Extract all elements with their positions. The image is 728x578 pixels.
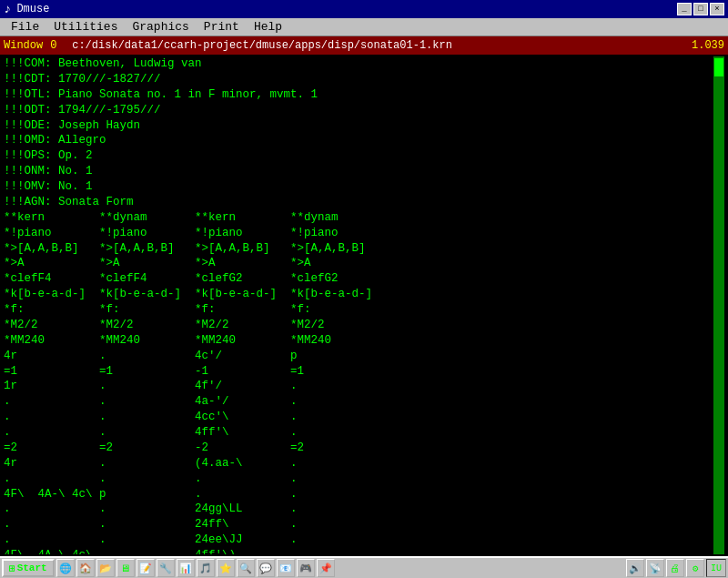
taskbar: ⊞ Start 🌐 🏠 📂 🖥 📝 🔧 📊 🎵 ⭐ 🔍 💬 📧 🎮 📌 🔊 📡 … [0,556,728,578]
content-line: **kern **dynam **kern **dynam [4,210,713,226]
content-line: *>A *>A *>A *>A [4,256,713,271]
text-content[interactable]: !!!COM: Beethoven, Ludwig van!!!CDT: 177… [4,56,713,554]
content-line: =1 =1 -1 =1 [4,364,713,380]
content-line: *M2/2 *M2/2 *M2/2 *M2/2 [4,318,713,333]
taskbar-icon-11[interactable]: 💬 [257,559,275,577]
menu-bar: File Utilities Graphics Print Help [0,18,728,36]
content-line: 4F\ 4A-\ 4c\ . 4ff'\) . [4,548,713,554]
sys-tray-icon-3[interactable]: 🖨 [666,559,684,577]
taskbar-icon-14[interactable]: 📌 [317,559,335,577]
sys-tray-icon-1[interactable]: 🔊 [626,559,644,577]
sys-tray-icon-2[interactable]: 📡 [646,559,664,577]
taskbar-icon-1[interactable]: 🌐 [56,559,75,577]
content-line: !!!ODE: Joseph Haydn [4,118,713,134]
minimize-button[interactable]: _ [677,3,692,15]
content-line: !!!AGN: Sonata Form [4,195,713,210]
content-line: . . . . [4,472,713,487]
taskbar-icon-12[interactable]: 📧 [277,559,295,577]
start-button[interactable]: ⊞ Start [2,559,55,577]
menu-file[interactable]: File [4,18,46,35]
content-line: !!!CDT: 1770///-1827/// [4,72,713,87]
content-line: !!!OMD: Allegro [4,133,713,148]
menu-utilities[interactable]: Utilities [46,18,125,35]
window-path: c:/disk/data1/ccarh-project/dmuse/apps/d… [68,39,684,52]
sys-tray-icon-4[interactable]: ⚙ [686,559,704,577]
content-line: !!!ODT: 1794///-1795/// [4,103,713,118]
system-clock: IU [706,559,726,577]
content-line: *f: *f: *f: *f: [4,302,713,318]
content-line: !!!ONM: No. 1 [4,164,713,179]
content-line: 4F\ 4A-\ 4c\ p . . [4,487,713,502]
app-icon: ♪ [4,2,11,16]
scrollbar-thumb[interactable] [714,58,723,76]
taskbar-icon-3[interactable]: 📂 [96,559,115,577]
content-line: . . 24ee\JJ . [4,532,713,548]
content-line: !!!COM: Beethoven, Ludwig van [4,56,713,72]
content-line: . . 4a-'/ . [4,394,713,410]
taskbar-icon-8[interactable]: 🎵 [197,559,215,577]
taskbar-icon-2[interactable]: 🏠 [76,559,95,577]
maximize-button[interactable]: □ [693,3,708,15]
content-line: *clefF4 *clefF4 *clefG2 *clefG2 [4,271,713,287]
app-title: Dmuse [16,3,677,15]
content-line: 1r . 4f'/ . [4,379,713,394]
taskbar-icons: 🌐 🏠 📂 🖥 📝 🔧 📊 🎵 ⭐ 🔍 💬 📧 🎮 📌 [56,559,624,577]
close-button[interactable]: × [710,3,724,15]
content-line: 4r . 4c'/ p [4,349,713,364]
window-number-input[interactable] [50,39,68,52]
start-label: Start [17,563,47,573]
taskbar-right: 🔊 📡 🖨 ⚙ IU [626,559,726,577]
content-line: *!piano *!piano *!piano *!piano [4,226,713,241]
window-bar: Window c:/disk/data1/ccarh-project/dmuse… [0,36,728,55]
window-controls: _ □ × [677,3,724,15]
menu-help[interactable]: Help [247,18,289,35]
taskbar-icon-7[interactable]: 📊 [177,559,195,577]
content-line: *MM240 *MM240 *MM240 *MM240 [4,333,713,349]
content-line: =2 =2 -2 =2 [4,441,713,456]
start-icon: ⊞ [9,563,15,574]
content-line: !!!OPS: Op. 2 [4,148,713,164]
taskbar-icon-10[interactable]: 🔍 [237,559,255,577]
content-line: . . 4cc'\ . [4,410,713,425]
content-line: !!!OMV: No. 1 [4,179,713,195]
menu-print[interactable]: Print [197,18,247,35]
window-label: Window [4,39,43,52]
taskbar-icon-5[interactable]: 📝 [136,559,155,577]
taskbar-icon-6[interactable]: 🔧 [157,559,175,577]
content-line: !!!OTL: Piano Sonata no. 1 in F minor, m… [4,87,713,103]
content-line: *k[b-e-a-d-] *k[b-e-a-d-] *k[b-e-a-d-] *… [4,287,713,302]
taskbar-icon-9[interactable]: ⭐ [217,559,235,577]
clock-display: IU [711,563,722,573]
taskbar-icon-4[interactable]: 🖥 [116,559,135,577]
title-bar: ♪ Dmuse _ □ × [0,0,728,18]
window-position: 1.039 [692,39,724,52]
content-line: . . 24ff\ . [4,517,713,532]
scrollbar[interactable] [713,56,724,554]
main-content: !!!COM: Beethoven, Ludwig van!!!CDT: 177… [0,55,728,556]
content-line: *>[A,A,B,B] *>[A,A,B,B] *>[A,A,B,B] *>[A… [4,241,713,257]
menu-graphics[interactable]: Graphics [125,18,196,35]
content-line: 4r . (4.aa-\ . [4,456,713,472]
content-line: . . 4ff'\ . [4,425,713,441]
content-line: . . 24gg\LL . [4,502,713,517]
taskbar-icon-13[interactable]: 🎮 [297,559,315,577]
